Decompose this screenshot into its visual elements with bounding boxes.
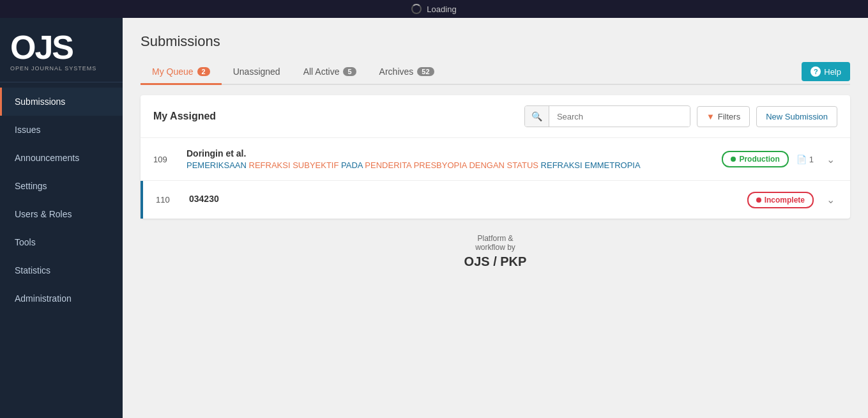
page-title: Submissions bbox=[141, 33, 850, 50]
title-highlight: REFRAKSI SUBYEKTIF bbox=[249, 160, 339, 170]
new-submission-button[interactable]: New Submission bbox=[756, 106, 837, 127]
expand-button[interactable]: ⌄ bbox=[824, 191, 837, 208]
footer-line2: workflow by bbox=[156, 243, 835, 252]
submission-id: 109 bbox=[153, 155, 176, 164]
search-box: 🔍 bbox=[524, 105, 690, 127]
tab-my-queue-badge: 2 bbox=[197, 67, 210, 76]
status-badge: Incomplete bbox=[747, 192, 814, 208]
title-highlight-2: PENDERITA PRESBYOPIA DENGAN STATUS bbox=[365, 160, 538, 170]
submission-meta: Production 📄 1 bbox=[722, 151, 814, 167]
table-row: 109 Doringin et al. PEMERIKSAAN REFRAKSI… bbox=[141, 138, 850, 181]
help-label: Help bbox=[824, 67, 841, 77]
submission-meta: Incomplete bbox=[747, 192, 814, 208]
sidebar-item-administration[interactable]: Administration bbox=[0, 284, 123, 313]
sidebar-logo: OJS OPEN JOURNAL SYSTEMS bbox=[0, 18, 123, 82]
tab-my-queue-label: My Queue bbox=[152, 66, 194, 77]
tab-all-active[interactable]: All Active 5 bbox=[292, 60, 368, 85]
footer: Platform & workflow by OJS / PKP bbox=[141, 219, 850, 284]
footer-line1: Platform & bbox=[156, 234, 835, 243]
status-label: Incomplete bbox=[765, 196, 805, 205]
logo-subtitle: OPEN JOURNAL SYSTEMS bbox=[10, 65, 112, 72]
main-content: Submissions My Queue 2 Unassigned All Ac… bbox=[123, 18, 868, 418]
submissions-panel: My Assigned 🔍 ▼ Filters New Submission bbox=[141, 95, 850, 219]
submission-details: 034230 bbox=[189, 194, 737, 206]
panel-header: My Assigned 🔍 ▼ Filters New Submission bbox=[141, 95, 850, 138]
sidebar-item-tools[interactable]: Tools bbox=[0, 228, 123, 256]
tab-unassigned[interactable]: Unassigned bbox=[222, 60, 292, 85]
status-dot bbox=[731, 157, 736, 162]
loading-bar: Loading bbox=[0, 0, 868, 18]
submission-details: Doringin et al. PEMERIKSAAN REFRAKSI SUB… bbox=[187, 148, 712, 170]
tab-archives-label: Archives bbox=[379, 66, 414, 77]
tab-archives-badge: 52 bbox=[417, 67, 434, 76]
logo-text: OJS bbox=[10, 31, 112, 64]
tab-my-queue[interactable]: My Queue 2 bbox=[141, 60, 222, 85]
sidebar-item-users-roles[interactable]: Users & Roles bbox=[0, 200, 123, 228]
table-row: 110 034230 Incomplete ⌄ bbox=[141, 181, 850, 219]
sidebar-item-statistics[interactable]: Statistics bbox=[0, 256, 123, 284]
search-input[interactable] bbox=[549, 107, 690, 127]
filters-label: Filters bbox=[718, 112, 740, 121]
new-submission-label: New Submission bbox=[766, 112, 828, 121]
tab-all-active-label: All Active bbox=[303, 66, 340, 77]
submission-author: Doringin et al. bbox=[187, 148, 712, 159]
submission-author: 034230 bbox=[189, 194, 737, 204]
loading-spinner bbox=[411, 4, 422, 14]
filter-icon: ▼ bbox=[706, 112, 715, 121]
tab-all-active-badge: 5 bbox=[343, 67, 356, 76]
status-label: Production bbox=[739, 155, 779, 164]
sidebar: OJS OPEN JOURNAL SYSTEMS Submissions Iss… bbox=[0, 18, 123, 418]
tab-archives[interactable]: Archives 52 bbox=[368, 60, 446, 85]
submission-id: 110 bbox=[156, 195, 179, 205]
panel-title: My Assigned bbox=[153, 111, 518, 122]
tabs-bar: My Queue 2 Unassigned All Active 5 Archi… bbox=[141, 60, 850, 85]
sidebar-item-settings[interactable]: Settings bbox=[0, 172, 123, 200]
footer-logo: OJS / PKP bbox=[156, 254, 835, 269]
sidebar-item-issues[interactable]: Issues bbox=[0, 116, 123, 144]
filters-button[interactable]: ▼ Filters bbox=[697, 106, 750, 127]
expand-button[interactable]: ⌄ bbox=[824, 151, 837, 168]
sidebar-item-submissions[interactable]: Submissions bbox=[0, 88, 123, 116]
search-icon: 🔍 bbox=[531, 111, 542, 121]
status-dot bbox=[756, 197, 761, 203]
sidebar-nav: Submissions Issues Announcements Setting… bbox=[0, 82, 123, 418]
help-button[interactable]: ? Help bbox=[802, 62, 850, 81]
doc-count: 📄 1 bbox=[796, 155, 814, 164]
doc-count-value: 1 bbox=[809, 155, 814, 164]
submission-title[interactable]: PEMERIKSAAN REFRAKSI SUBYEKTIF PADA PEND… bbox=[187, 160, 712, 170]
search-icon-button[interactable]: 🔍 bbox=[525, 106, 549, 127]
tab-unassigned-label: Unassigned bbox=[233, 66, 280, 77]
document-icon: 📄 bbox=[796, 155, 807, 164]
sidebar-item-announcements[interactable]: Announcements bbox=[0, 144, 123, 172]
help-icon: ? bbox=[811, 66, 821, 77]
loading-text: Loading bbox=[427, 4, 456, 14]
status-badge: Production bbox=[722, 151, 788, 167]
